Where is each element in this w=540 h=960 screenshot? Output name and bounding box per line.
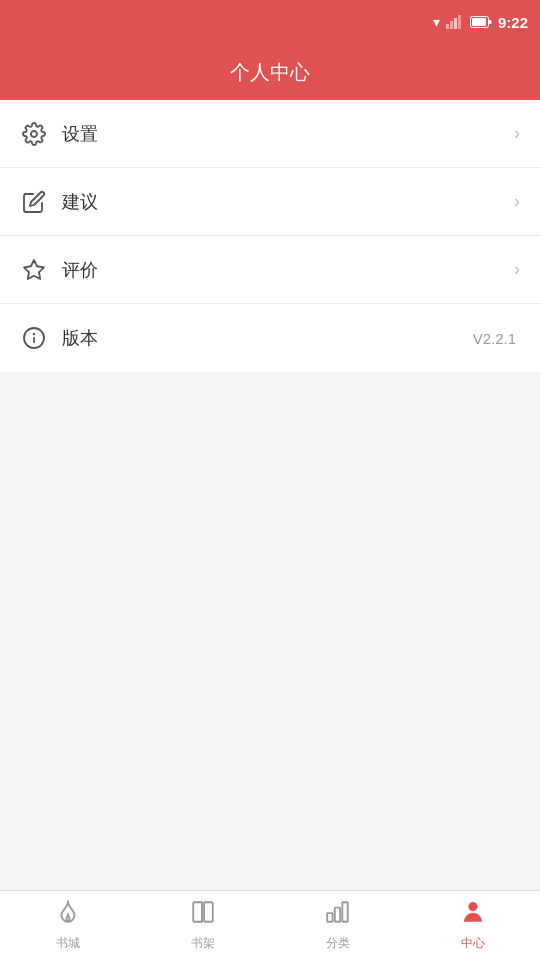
- flame-icon: [55, 899, 81, 931]
- page-header: 个人中心: [0, 44, 540, 100]
- tab-category-label: 分类: [326, 935, 350, 952]
- svg-rect-0: [446, 24, 449, 29]
- svg-rect-2: [454, 18, 457, 29]
- gear-icon: [20, 120, 48, 148]
- rating-label: 评价: [62, 258, 514, 282]
- page-title: 个人中心: [230, 59, 310, 86]
- tab-bookstore-label: 书城: [56, 935, 80, 952]
- status-bar: ▾ 9:22: [0, 0, 540, 44]
- tab-bar: 书城 书架 分类 中心: [0, 890, 540, 960]
- svg-rect-13: [204, 902, 213, 922]
- suggestions-label: 建议: [62, 190, 514, 214]
- tab-shelf-label: 书架: [191, 935, 215, 952]
- svg-rect-12: [193, 902, 202, 922]
- svg-point-18: [468, 902, 477, 911]
- person-icon: [460, 899, 486, 931]
- version-value: V2.2.1: [473, 330, 516, 347]
- svg-rect-3: [458, 15, 461, 29]
- info-icon: [20, 324, 48, 352]
- battery-icon: [470, 16, 492, 28]
- svg-rect-1: [450, 21, 453, 29]
- svg-marker-8: [24, 260, 44, 279]
- suggestions-chevron: ›: [514, 191, 520, 212]
- suggestions-menu-item[interactable]: 建议 ›: [0, 168, 540, 236]
- tab-shelf[interactable]: 书架: [135, 891, 270, 960]
- rating-chevron: ›: [514, 259, 520, 280]
- chart-icon: [325, 899, 351, 931]
- svg-rect-5: [472, 18, 486, 26]
- signal-icon: [446, 15, 464, 29]
- svg-rect-16: [334, 908, 339, 922]
- tab-category[interactable]: 分类: [270, 891, 405, 960]
- content-area: [0, 372, 540, 890]
- edit-icon: [20, 188, 48, 216]
- svg-point-7: [31, 131, 37, 137]
- wifi-icon: ▾: [433, 14, 440, 30]
- settings-menu-item[interactable]: 设置 ›: [0, 100, 540, 168]
- tab-bookstore[interactable]: 书城: [0, 891, 135, 960]
- tab-center-label: 中心: [461, 935, 485, 952]
- book-icon: [190, 899, 216, 931]
- rating-menu-item[interactable]: 评价 ›: [0, 236, 540, 304]
- status-time: 9:22: [498, 14, 528, 31]
- version-label: 版本: [62, 326, 473, 350]
- svg-rect-6: [489, 20, 492, 24]
- svg-rect-15: [327, 913, 332, 922]
- settings-label: 设置: [62, 122, 514, 146]
- settings-chevron: ›: [514, 123, 520, 144]
- star-icon: [20, 256, 48, 284]
- tab-center[interactable]: 中心: [405, 891, 540, 960]
- version-menu-item: 版本 V2.2.1: [0, 304, 540, 372]
- svg-rect-17: [342, 902, 347, 922]
- menu-list: 设置 › 建议 › 评价 › 版本: [0, 100, 540, 372]
